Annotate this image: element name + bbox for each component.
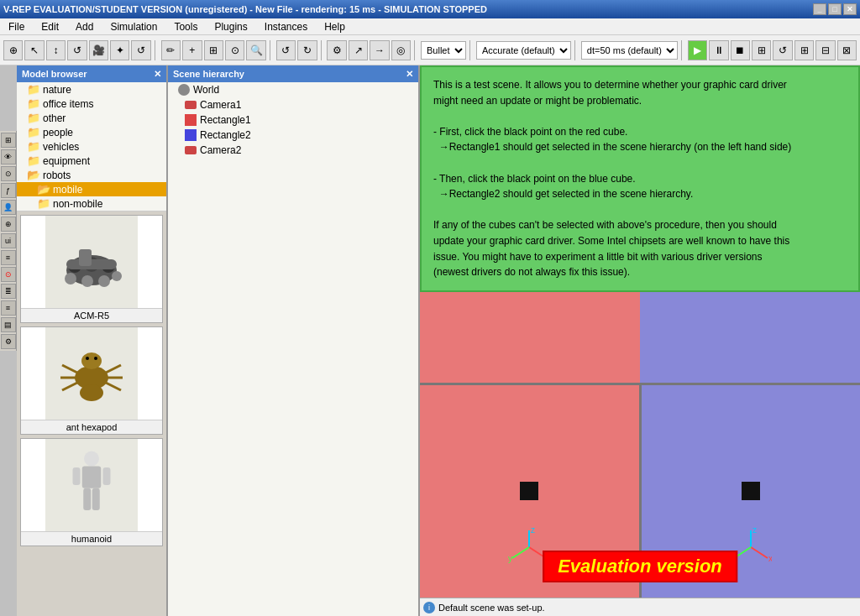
toolbar-btn-14[interactable]: ↻: [297, 40, 317, 60]
svg-rect-26: [92, 488, 100, 510]
tree-mobile[interactable]: 📂 mobile: [17, 182, 166, 196]
svg-rect-23: [73, 467, 81, 485]
toolbar-btn-12[interactable]: 🔍: [246, 40, 265, 60]
menu-instances[interactable]: Instances: [260, 19, 312, 34]
timestep-select[interactable]: dt=50 ms (default): [581, 41, 678, 60]
menu-plugins[interactable]: Plugins: [209, 19, 252, 34]
pause-button[interactable]: ⏸: [709, 40, 728, 60]
side-icon-7[interactable]: ui: [1, 233, 16, 248]
menu-help[interactable]: Help: [319, 19, 350, 34]
toolbar-btn-10[interactable]: ⊞: [204, 40, 223, 60]
toolbar-btn-1[interactable]: ⊕: [3, 40, 23, 60]
sync-button[interactable]: ↺: [773, 40, 792, 60]
side-icon-10[interactable]: ≣: [1, 284, 16, 299]
blue-dot[interactable]: [742, 482, 760, 500]
close-button[interactable]: ✕: [843, 3, 857, 15]
maximize-button[interactable]: □: [828, 3, 842, 15]
menu-simulation[interactable]: Simulation: [105, 19, 162, 34]
toolbar-btn-17[interactable]: →: [370, 40, 389, 60]
toolbar-btn-5[interactable]: 🎥: [89, 40, 108, 60]
toolbar-btn-8[interactable]: ✏: [161, 40, 181, 60]
toolbar-btn-4[interactable]: ↺: [67, 40, 87, 60]
toolbar-btn-6[interactable]: ✦: [110, 40, 129, 60]
scene-item-camera1[interactable]: Camera1: [168, 97, 418, 112]
svg-line-18: [104, 382, 121, 390]
scene-hierarchy-close[interactable]: ✕: [406, 69, 413, 80]
title-bar-controls[interactable]: _ □ ✕: [813, 3, 857, 15]
svg-line-15: [62, 382, 79, 390]
tree-vehicles[interactable]: 📁 vehicles: [17, 139, 166, 154]
model-card-humanoid[interactable]: humanoid: [20, 438, 163, 546]
side-icon-6[interactable]: ⊕: [1, 217, 16, 232]
camera2-icon: [185, 146, 197, 154]
toolbar-btn-3[interactable]: ↕: [46, 40, 66, 60]
svg-line-31: [512, 547, 529, 558]
side-icon-8[interactable]: ≡: [1, 250, 16, 265]
model-label-acmr5: ACM-R5: [21, 308, 162, 322]
scene-item-rect1[interactable]: Rectangle1: [168, 112, 418, 128]
menu-file[interactable]: File: [3, 19, 29, 34]
tree-nature[interactable]: 📁 nature: [17, 82, 166, 97]
separator-6: [574, 40, 578, 60]
toolbar-extra-3[interactable]: ⊠: [837, 40, 857, 60]
toolbar-btn-16[interactable]: ↗: [349, 40, 368, 60]
toolbar-btn-9[interactable]: +: [182, 40, 202, 60]
tree-nonmobile[interactable]: 📁 non-mobile: [17, 196, 166, 211]
folder-icon-vehicles: 📁: [27, 140, 40, 153]
viewport[interactable]: This is a test scene. It allows you to d…: [420, 65, 860, 616]
separator-2: [270, 40, 273, 60]
scene-item-camera2[interactable]: Camera2: [168, 143, 418, 158]
tree-office[interactable]: 📁 office items: [17, 97, 166, 111]
step-button[interactable]: ⊞: [752, 40, 771, 60]
toolbar-extra-1[interactable]: ⊞: [794, 40, 814, 60]
menu-edit[interactable]: Edit: [36, 19, 64, 34]
side-icon-5[interactable]: 👤: [1, 200, 16, 215]
toolbar-btn-11[interactable]: ⊙: [225, 40, 244, 60]
side-icon-1[interactable]: ⊞: [1, 133, 16, 148]
play-button[interactable]: ▶: [688, 40, 707, 60]
tree-robots[interactable]: 📂 robots: [17, 168, 166, 182]
folder-icon-nature: 📁: [27, 83, 40, 96]
red-dot[interactable]: [520, 482, 538, 500]
model-browser-close[interactable]: ✕: [154, 69, 161, 80]
toolbar-extra-2[interactable]: ⊟: [815, 40, 835, 60]
toolbar-btn-15[interactable]: ⚙: [327, 40, 346, 60]
scene-item-world[interactable]: World: [168, 82, 418, 97]
tree-equipment-label: equipment: [43, 155, 90, 167]
tree-people-label: people: [43, 127, 73, 138]
toolbar-btn-7[interactable]: ↺: [131, 40, 150, 60]
side-icon-11[interactable]: ≡: [1, 300, 16, 316]
tree-vehicles-label: vehicles: [43, 141, 79, 153]
side-icon-4[interactable]: ƒ: [1, 183, 16, 198]
side-icon-2[interactable]: 👁: [1, 149, 16, 164]
toolbar-btn-2[interactable]: ↖: [24, 40, 44, 60]
toolbar-btn-13[interactable]: ↺: [276, 40, 296, 60]
tree-other-label: other: [43, 112, 66, 124]
svg-line-35: [751, 547, 768, 558]
menu-add[interactable]: Add: [71, 19, 98, 34]
solver-select[interactable]: Accurate (default): [476, 41, 571, 60]
tree-people[interactable]: 📁 people: [17, 125, 166, 139]
side-icon-3[interactable]: ⊙: [1, 166, 16, 181]
eval-banner: Evaluation version: [543, 551, 737, 582]
model-card-ant[interactable]: ant hexapod: [20, 326, 163, 435]
side-icon-13[interactable]: ⚙: [1, 334, 16, 349]
side-icon-9[interactable]: ⊙: [1, 267, 16, 282]
toolbar-btn-18[interactable]: ◎: [391, 40, 411, 60]
svg-rect-22: [82, 467, 102, 488]
stop-button[interactable]: ⏹: [731, 40, 750, 60]
menu-tools[interactable]: Tools: [169, 19, 202, 34]
world-icon: [178, 84, 190, 96]
scene-item-rect2[interactable]: Rectangle2: [168, 128, 418, 143]
scene-rect1-label: Rectangle1: [200, 114, 251, 126]
minimize-button[interactable]: _: [813, 3, 826, 15]
model-card-acmr5[interactable]: ACM-R5: [20, 215, 163, 323]
svg-text:y: y: [508, 554, 512, 563]
physics-select[interactable]: Bullet: [421, 41, 466, 60]
tree-equipment[interactable]: 📁 equipment: [17, 154, 166, 168]
tree-area: 📁 nature 📁 office items 📁 other 📁 people…: [17, 82, 166, 211]
tree-mobile-label: mobile: [53, 184, 82, 196]
tree-other[interactable]: 📁 other: [17, 111, 166, 125]
humanoid-image: [54, 447, 129, 523]
side-icon-12[interactable]: ▤: [1, 317, 16, 332]
